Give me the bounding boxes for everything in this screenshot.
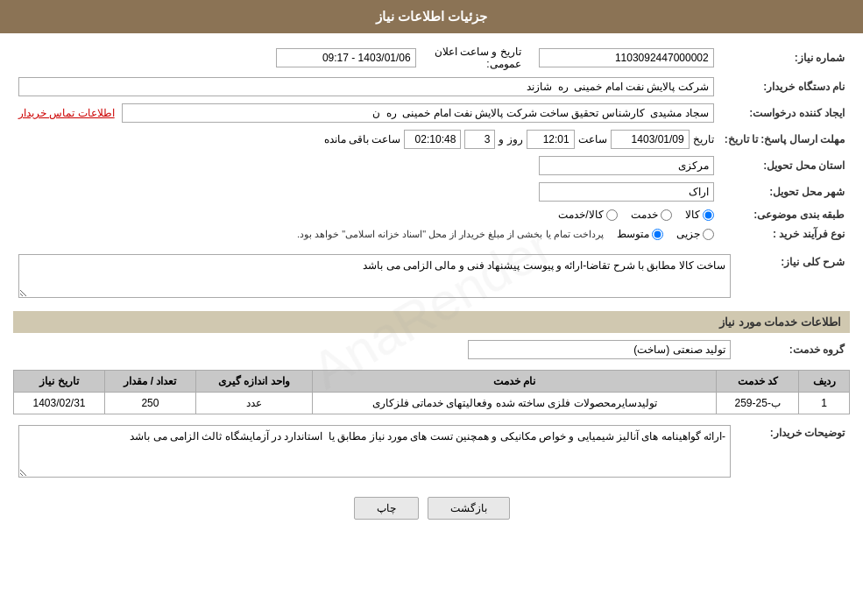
creator-row: ایجاد کننده درخواست: اطلاعات تماس خریدار (13, 100, 850, 126)
response-remaining-input[interactable] (404, 130, 461, 149)
cell-row-num: 1 (799, 393, 850, 414)
need-number-label: شماره نیاز: (719, 42, 850, 74)
buyer-notes-row: توضیحات خریدار: (13, 421, 850, 484)
col-date: تاریخ نیاز (14, 371, 105, 393)
service-group-row: گروه خدمت: (13, 336, 850, 363)
col-service-name: نام خدمت (313, 371, 717, 393)
province-row: استان محل تحویل: (13, 152, 850, 179)
buyer-name-label: نام دستگاه خریدار: (719, 74, 850, 100)
buyer-notes-cell (13, 421, 736, 484)
need-number-row: شماره نیاز: تاریخ و ساعت اعلان عمومی: (13, 42, 850, 74)
service-group-cell (13, 336, 736, 363)
date-row: مهلت ارسال پاسخ: تا تاریخ: تاریخ ساعت رو… (13, 126, 850, 152)
service-group-table: گروه خدمت: (13, 336, 850, 363)
announce-date-cell (13, 42, 421, 74)
page-wrapper: جزئیات اطلاعات نیاز شماره نیاز: تاریخ و … (0, 0, 863, 616)
need-number-input[interactable] (539, 48, 714, 67)
day-and-label: روز و (499, 133, 522, 145)
province-label: استان محل تحویل: (719, 152, 850, 179)
category-row: طبقه بندی موضوعی: کالا خدمت (13, 205, 850, 224)
col-row-num: ردیف (799, 371, 850, 393)
announce-date-label-cell: تاریخ و ساعت اعلان عمومی: (421, 42, 527, 74)
response-days-input[interactable] (464, 130, 495, 149)
purchase-type-row: نوع فرآیند خرید : جزیی متوسط پرداخت تمام… (13, 224, 850, 244)
need-summary-table: شرح کلی نیاز: (13, 251, 850, 304)
buyer-notes-label: توضیحات خریدار: (736, 421, 850, 484)
services-table: ردیف کد خدمت نام خدمت واحد اندازه گیری ت… (13, 370, 850, 414)
creator-link[interactable]: اطلاعات تماس خریدار (18, 107, 115, 119)
creator-input[interactable] (122, 103, 714, 123)
service-group-input[interactable] (468, 340, 731, 359)
page-header: جزئیات اطلاعات نیاز (0, 0, 863, 33)
need-summary-textarea[interactable] (18, 254, 731, 298)
remaining-label: ساعت باقی مانده (324, 133, 401, 145)
main-info-table: شماره نیاز: تاریخ و ساعت اعلان عمومی: نا… (13, 42, 850, 244)
services-section-header: اطلاعات خدمات مورد نیاز (13, 311, 850, 333)
category-khedmat-label: خدمت (631, 209, 658, 221)
buyer-notes-table: توضیحات خریدار: (13, 421, 850, 484)
purchase-type-motovaset-label: متوسط (617, 228, 649, 240)
need-summary-row: شرح کلی نیاز: (13, 251, 850, 304)
city-label: شهر محل تحویل: (719, 179, 850, 205)
city-input[interactable] (539, 182, 714, 202)
time-label: ساعت (578, 133, 607, 145)
purchase-type-desc: پرداخت تمام یا بخشی از مبلغ خریدار از مح… (297, 229, 604, 240)
purchase-type-jozi[interactable]: جزیی (676, 228, 714, 240)
category-label: طبقه بندی موضوعی: (719, 205, 850, 224)
cell-service-code: ب-25-259 (717, 393, 799, 414)
purchase-type-cell: جزیی متوسط پرداخت تمام یا بخشی از مبلغ خ… (13, 224, 719, 244)
creator-label: ایجاد کننده درخواست: (719, 100, 850, 126)
services-table-header-row: ردیف کد خدمت نام خدمت واحد اندازه گیری ت… (14, 371, 850, 393)
purchase-type-label: نوع فرآیند خرید : (719, 224, 850, 244)
category-kala-khedmat-label: کالا/خدمت (558, 209, 603, 221)
send-date-label: مهلت ارسال پاسخ: تا تاریخ: (719, 126, 850, 152)
announce-date-input[interactable] (276, 48, 416, 67)
category-option-khedmat[interactable]: خدمت (631, 209, 672, 221)
table-row: 1 ب-25-259 تولیدسایرمحصولات فلزی ساخته ش… (14, 393, 850, 414)
buttons-row: بازگشت چاپ (13, 497, 850, 520)
date-row-cell: تاریخ ساعت روز و ساعت باقی مانده (13, 126, 719, 152)
province-cell (13, 152, 719, 179)
print-button[interactable]: چاپ (354, 497, 419, 520)
back-button[interactable]: بازگشت (428, 497, 510, 520)
response-time-input[interactable] (527, 130, 575, 149)
col-service-code: کد خدمت (717, 371, 799, 393)
page-title: جزئیات اطلاعات نیاز (376, 9, 487, 24)
purchase-type-motovaset[interactable]: متوسط (617, 228, 663, 240)
purchase-type-jozi-label: جزیی (676, 228, 700, 240)
content-area: شماره نیاز: تاریخ و ساعت اعلان عمومی: نا… (0, 33, 863, 542)
need-summary-label: شرح کلی نیاز: (736, 251, 850, 304)
category-kala-label: کالا (685, 209, 700, 221)
category-cell: کالا خدمت کالا/خدمت (13, 205, 719, 224)
service-group-label: گروه خدمت: (736, 336, 850, 363)
cell-service-name: تولیدسایرمحصولات فلزی ساخته شده وفعالیته… (313, 393, 717, 414)
creator-cell: اطلاعات تماس خریدار (13, 100, 719, 126)
cell-qty: 250 (105, 393, 196, 414)
province-input[interactable] (539, 156, 714, 175)
category-option-kala[interactable]: کالا (685, 209, 714, 221)
buyer-name-row: نام دستگاه خریدار: (13, 74, 850, 100)
date-label: تاریخ (693, 133, 714, 145)
response-date-input[interactable] (611, 130, 690, 149)
cell-date: 1403/02/31 (14, 393, 105, 414)
col-qty: تعداد / مقدار (105, 371, 196, 393)
announce-date-label: تاریخ و ساعت اعلان عمومی: (435, 46, 521, 70)
need-summary-cell (13, 251, 736, 304)
col-unit: واحد اندازه گیری (195, 371, 312, 393)
city-row: شهر محل تحویل: (13, 179, 850, 205)
city-cell (13, 179, 719, 205)
need-number-cell (527, 42, 719, 74)
cell-unit: عدد (195, 393, 312, 414)
buyer-name-cell (13, 74, 719, 100)
buyer-notes-textarea[interactable] (18, 425, 731, 478)
category-option-kala-khedmat[interactable]: کالا/خدمت (558, 209, 617, 221)
buyer-name-input[interactable] (18, 77, 714, 96)
